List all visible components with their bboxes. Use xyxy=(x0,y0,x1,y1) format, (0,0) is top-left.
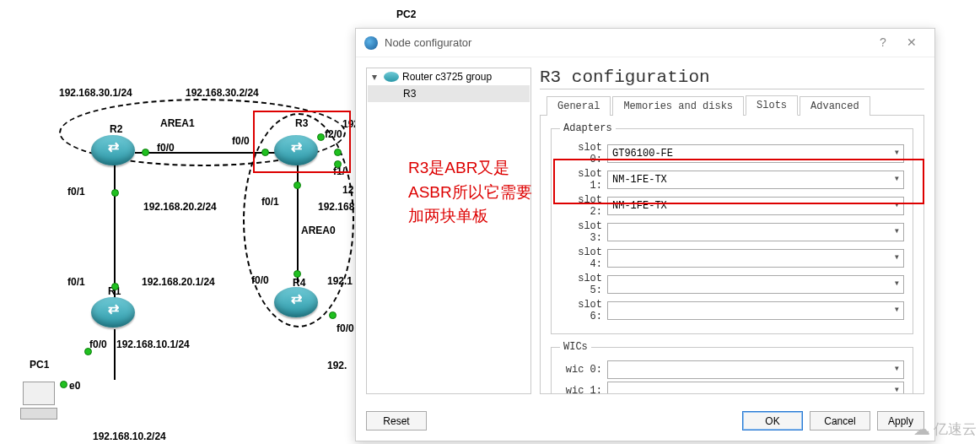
wic0-label: wic 0: xyxy=(560,364,607,376)
if-r3-f01: f0/1 xyxy=(261,196,279,208)
expand-icon[interactable]: ▾ xyxy=(372,71,380,83)
area0-label: AREA0 xyxy=(301,225,336,236)
ip-r4-below: 192. xyxy=(327,360,347,371)
tree-group-label: Router c3725 group xyxy=(402,71,492,83)
tabs: General Memories and disks Slots Advance… xyxy=(540,95,924,116)
help-button[interactable]: ? xyxy=(869,33,897,53)
slot-row-6: slot 6: xyxy=(560,299,904,322)
ip-r3-f20: 192.168.30.2/24 xyxy=(186,87,259,99)
port-dot xyxy=(293,270,301,278)
cloud-icon: ☁ xyxy=(913,419,930,439)
pc2-label: PC2 xyxy=(396,8,416,20)
if-r2-f01: f0/1 xyxy=(67,186,85,198)
link-r1-pc1 xyxy=(114,329,116,380)
cancel-button[interactable]: Cancel xyxy=(810,411,870,430)
port-dot xyxy=(111,283,119,290)
router-r2[interactable] xyxy=(91,135,135,165)
wic-row-0: wic 0: xyxy=(560,360,904,379)
adapters-legend: Adapters xyxy=(560,122,616,134)
ip-r4-f00-ip: 192.1 xyxy=(327,275,353,287)
port-dot xyxy=(142,149,149,156)
tab-memories-disks[interactable]: Memories and disks xyxy=(612,96,744,116)
slot6-label: slot 6: xyxy=(560,299,607,322)
r2-label: R2 xyxy=(110,123,122,135)
slot3-label: slot 3: xyxy=(560,220,607,244)
node-configurator-dialog: Node configurator ? ✕ ▾ Router c3725 gro… xyxy=(355,28,935,441)
reset-button[interactable]: Reset xyxy=(366,411,427,430)
wic0-combo[interactable] xyxy=(607,360,904,379)
config-panel: R3 configuration General Memories and di… xyxy=(540,68,924,394)
link-r2-r1 xyxy=(114,165,116,300)
tree-group-row[interactable]: ▾ Router c3725 group xyxy=(367,68,530,85)
tree-node-label: R3 xyxy=(403,88,416,100)
highlight-r3-node xyxy=(253,111,351,173)
if-r1-f01: f0/1 xyxy=(67,276,85,288)
wic1-combo[interactable] xyxy=(607,382,904,394)
device-tree[interactable]: ▾ Router c3725 group R3 xyxy=(366,68,531,394)
ip-r1-f01: 192.168.20.1/24 xyxy=(142,276,215,288)
tab-advanced[interactable]: Advanced xyxy=(800,96,870,116)
titlebar: Node configurator ? ✕ xyxy=(356,29,934,57)
watermark-text: 亿速云 xyxy=(934,420,977,439)
if-r4-f00: f0/0 xyxy=(251,274,269,286)
if-pc1-e0: e0 xyxy=(69,380,80,392)
slot5-label: slot 5: xyxy=(560,273,607,296)
pc1-label: PC1 xyxy=(30,359,49,371)
port-dot xyxy=(111,189,119,197)
slot-row-4: slot 4: xyxy=(560,246,904,270)
port-dot xyxy=(60,381,67,388)
slot3-combo[interactable] xyxy=(607,223,904,241)
adapters-fieldset: Adapters slot 0: GT96100-FE slot 1: NM-1… xyxy=(551,122,913,334)
app-icon xyxy=(364,36,378,50)
highlight-slots xyxy=(553,159,924,204)
ip-r2-below: 192.168.20.2/24 xyxy=(143,201,217,213)
area1-label: AREA1 xyxy=(160,117,195,129)
tab-general[interactable]: General xyxy=(547,96,611,116)
tab-slots[interactable]: Slots xyxy=(746,95,798,116)
ip-r1-f00-ip: 192.168.10.1/24 xyxy=(116,338,190,350)
if-r2-f00: f0/0 xyxy=(157,142,175,154)
if-r1-f00b: f0/0 xyxy=(89,338,107,350)
close-button[interactable]: ✕ xyxy=(897,33,926,53)
tab-content-slots: Adapters slot 0: GT96100-FE slot 1: NM-1… xyxy=(540,116,924,394)
port-dot xyxy=(293,181,301,189)
r4-label: R4 xyxy=(293,277,305,289)
if-r3-f00: f0/0 xyxy=(232,135,250,147)
port-dot xyxy=(329,311,337,319)
slot-row-3: slot 3: xyxy=(560,220,904,244)
dialog-title: Node configurator xyxy=(385,36,869,49)
router-r1[interactable] xyxy=(91,297,135,328)
annotation-text: R3是ABR又是 ASBR所以它需要 加两块单板 xyxy=(408,156,532,229)
wic-row-1: wic 1: xyxy=(560,382,904,394)
if-r4-f00b: f0/0 xyxy=(337,322,354,334)
watermark: ☁ 亿速云 xyxy=(913,419,977,439)
tree-node-r3[interactable]: R3 xyxy=(368,85,530,102)
ok-button[interactable]: OK xyxy=(742,411,803,430)
dialog-body: ▾ Router c3725 group R3 R3 configuration… xyxy=(356,57,934,404)
wics-fieldset: WICs wic 0: wic 1: wic 2: xyxy=(551,341,913,394)
ip-r2: 192.168.30.1/24 xyxy=(59,87,132,99)
slot4-label: slot 4: xyxy=(560,246,607,270)
slot5-combo[interactable] xyxy=(607,275,904,294)
router-icon xyxy=(384,72,399,82)
config-title: R3 configuration xyxy=(540,68,924,89)
router-r4[interactable] xyxy=(274,287,318,317)
dialog-footer: Reset OK Cancel Apply xyxy=(356,404,934,441)
ip-r3-f1-ip: 12 xyxy=(342,184,353,196)
slot0-value: GT96100-FE xyxy=(612,148,673,160)
ip-r3-below: 192.168 xyxy=(318,201,354,213)
wic1-label: wic 1: xyxy=(560,385,607,394)
wics-legend: WICs xyxy=(560,341,591,353)
slot-row-5: slot 5: xyxy=(560,273,904,296)
slot4-combo[interactable] xyxy=(607,249,904,268)
ip-pc1: 192.168.10.2/24 xyxy=(93,430,166,442)
pc1-icon[interactable] xyxy=(20,382,57,420)
port-dot xyxy=(84,348,92,355)
slot6-combo[interactable] xyxy=(607,301,904,320)
